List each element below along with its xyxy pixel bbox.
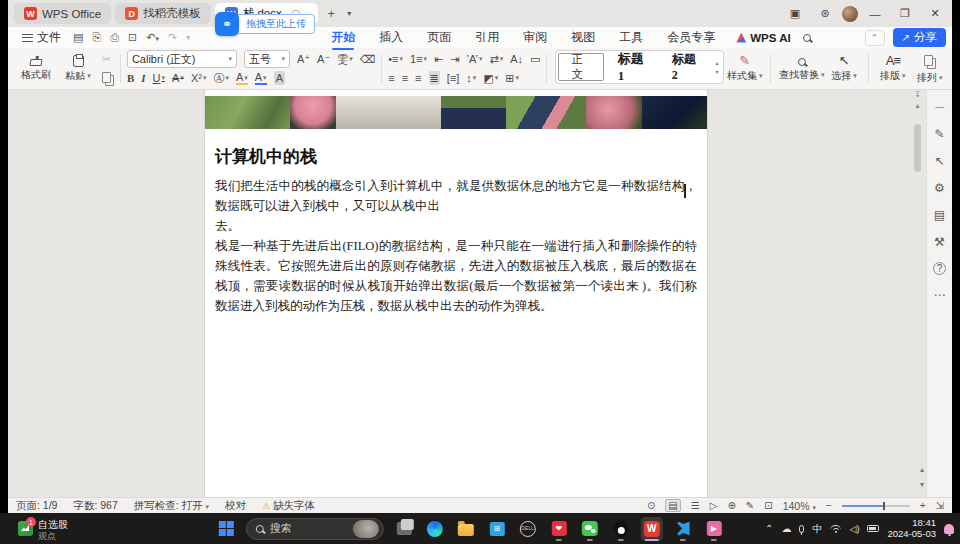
ink-icon[interactable]: ✎ [746, 500, 754, 511]
decrease-indent-icon[interactable]: ⇤ [434, 52, 443, 66]
increase-font-icon[interactable]: A⁺ [297, 52, 310, 66]
page-view-icon[interactable]: ▤ [665, 499, 680, 512]
justify-icon[interactable]: ≣ [429, 71, 440, 85]
line-spacing-icon[interactable]: ↕▾ [466, 71, 476, 85]
read-mode-icon[interactable]: ▷ [710, 500, 718, 511]
missing-font-warning[interactable]: ⚠ 缺失字体 [262, 499, 315, 513]
sidebar-pen-icon[interactable]: ✎ [934, 127, 944, 141]
print-icon[interactable]: ⎙ [110, 31, 119, 44]
font-name-select[interactable]: Calibri (正文)▾ [127, 50, 237, 68]
ms-store-button[interactable]: ⊞ [486, 517, 508, 541]
tab-page[interactable]: 页面 [416, 27, 462, 48]
tab-tools[interactable]: 工具 [608, 27, 654, 48]
qq-button[interactable] [610, 517, 632, 541]
zoom-out-icon[interactable]: − [826, 500, 832, 511]
file-menu[interactable]: 文件 [14, 29, 69, 46]
style-heading2[interactable]: 标题 2 [660, 53, 712, 81]
web-view-icon[interactable]: ⊕ [727, 500, 735, 511]
minimize-button[interactable]: — [862, 3, 888, 25]
task-view-button[interactable] [393, 517, 415, 541]
tab-list-chevron-icon[interactable]: ▾ [340, 5, 358, 23]
more-commands-chevron-icon[interactable]: ▾ [186, 33, 190, 42]
tab-member[interactable]: 会员专享 [656, 27, 726, 48]
clock[interactable]: 18:41 2024-05-03 [887, 518, 936, 539]
align-left-icon[interactable]: ≡ [388, 71, 394, 85]
prev-page-icon[interactable]: ▴ [920, 465, 924, 474]
search-highlight-image[interactable] [353, 520, 379, 538]
spellcheck-status[interactable]: 拼写检查: 打开 ▾ [134, 499, 209, 513]
superscript-button[interactable]: X²▾ [191, 71, 207, 85]
layout-mode-icon[interactable]: ▣ [782, 3, 808, 25]
scrollbar-thumb[interactable] [914, 124, 921, 172]
find-replace-button[interactable]: 查找替换▾ [777, 50, 827, 87]
strikethrough-button[interactable]: A▾ [172, 71, 184, 85]
document-body[interactable]: 计算机中的栈 我们把生活中的栈的概念引入到计算机中，就是供数据休息的地方它是一种… [205, 145, 707, 316]
text-direction-icon[interactable]: ⇄▾ [489, 52, 503, 66]
scroll-top-icon[interactable]: ↧ [914, 90, 921, 99]
microphone-icon[interactable] [799, 525, 804, 533]
highlight-color-icon[interactable]: A▾ [236, 72, 248, 85]
increase-indent-icon[interactable]: ⇥ [450, 52, 459, 66]
start-button[interactable] [215, 517, 237, 541]
file-explorer-button[interactable] [455, 517, 477, 541]
dell-button[interactable]: DELL [517, 517, 539, 541]
ribbon-search[interactable] [803, 31, 811, 45]
tab-docer[interactable]: D 找稻壳模板 [115, 3, 211, 24]
skin-theme-icon[interactable]: ⊛ [812, 3, 838, 25]
font-size-select[interactable]: 五号▾ [244, 50, 290, 68]
tab-insert[interactable]: 插入 [368, 27, 414, 48]
italic-button[interactable]: I [141, 71, 145, 85]
typeset-button[interactable]: A≡ 排版▾ [874, 50, 911, 87]
ime-indicator[interactable]: 中 [812, 522, 822, 536]
fullscreen-icon[interactable]: ⇲ [936, 500, 944, 511]
select-button[interactable]: ↖ 选择▾ [827, 50, 862, 87]
gallery-up-icon[interactable]: ▴ [715, 59, 718, 66]
sort-icon[interactable]: A↓ [510, 52, 523, 66]
border-icon[interactable]: ⊞▾ [505, 71, 519, 85]
tab-reference[interactable]: 引用 [464, 27, 510, 48]
redo-icon[interactable]: ↷ [168, 31, 177, 44]
style-set-button[interactable]: ✎ 样式集▾ [726, 50, 765, 87]
shading-icon[interactable]: ◩▾ [483, 71, 498, 85]
sidebar-more-icon[interactable]: ⋯ [934, 288, 946, 302]
stock-widget[interactable]: 1 自选股 观点 [18, 519, 68, 542]
text-effect-icon[interactable]: 雯▾ [337, 52, 353, 66]
proofread-button[interactable]: 校对 [225, 499, 246, 513]
sidebar-adjust-icon[interactable]: ⚙ [934, 181, 945, 195]
tab-review[interactable]: 审阅 [512, 27, 558, 48]
tab-wps-home[interactable]: W WPS Office [14, 3, 111, 24]
decrease-font-icon[interactable]: A⁻ [317, 52, 330, 66]
cut-icon[interactable]: ✂ [102, 52, 111, 66]
char-shading-icon[interactable]: A [274, 71, 285, 85]
share-button[interactable]: ↗ 分享 [893, 28, 946, 47]
new-tab-button[interactable]: + [322, 5, 340, 23]
wechat-button[interactable] [579, 517, 601, 541]
copy-icon[interactable] [102, 72, 111, 83]
underline-button[interactable]: U▾ [153, 71, 165, 85]
taskbar-search[interactable]: 搜索 [246, 518, 384, 540]
numbered-list-icon[interactable]: 1≡▾ [410, 52, 427, 66]
hidden-icons-chevron-icon[interactable]: ⌃ [765, 523, 773, 534]
bullet-list-icon[interactable]: •≡▾ [388, 52, 403, 66]
outline-view-icon[interactable]: ☰ [691, 500, 700, 511]
format-painter-button[interactable]: 格式刷 [18, 56, 54, 82]
arrange-button[interactable]: 排列▾ [911, 50, 948, 87]
zoom-in-icon[interactable]: + [920, 500, 926, 511]
tab-home[interactable]: 开始 [320, 27, 366, 48]
gallery-down-icon[interactable]: ▾ [715, 68, 718, 75]
edge-button[interactable] [424, 517, 446, 541]
zoom-slider-handle[interactable] [883, 502, 886, 510]
wifi-icon[interactable] [830, 525, 841, 532]
align-center-icon[interactable]: ≡ [402, 71, 408, 85]
wps-taskbar-button[interactable]: W [641, 517, 663, 541]
close-button[interactable]: ✕ [922, 3, 948, 25]
sidebar-notes-icon[interactable]: ▤ [934, 208, 945, 222]
vertical-scrollbar[interactable]: ↧ ▴ [911, 90, 924, 497]
export-icon[interactable]: ⎘ [92, 31, 101, 44]
inline-photo-plants[interactable] [205, 96, 707, 129]
restore-button[interactable]: ❐ [892, 3, 918, 25]
align-right-icon[interactable]: ≡ [415, 71, 421, 85]
save-icon[interactable]: ▤ [73, 31, 83, 44]
undo-icon[interactable]: ↶▾ [146, 31, 159, 44]
tab-view[interactable]: 视图 [560, 27, 606, 48]
